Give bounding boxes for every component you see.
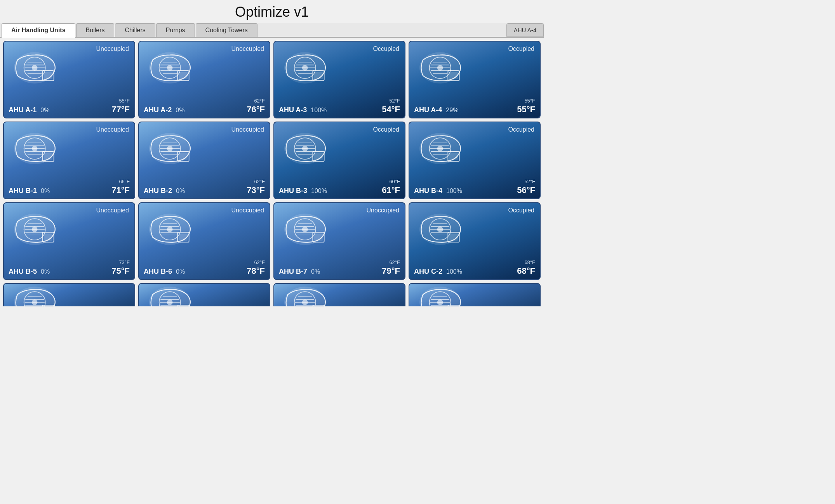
svg-rect-9: [44, 72, 52, 79]
ahu-card-ahu-b6[interactable]: Unoccupied 62°F AHU B-6 0% 78°F: [138, 202, 270, 280]
card-status: Unoccupied: [96, 45, 129, 52]
card-status: Unoccupied: [231, 126, 264, 133]
tab-cooling-towers[interactable]: Cooling Towers: [196, 23, 257, 37]
tab-air-handling-units[interactable]: Air Handling Units: [2, 23, 75, 38]
card-bottom: 68°F AHU C-2 100% 68°F: [409, 258, 540, 279]
card-bottom: 55°F AHU A-4 29% 55°F: [409, 96, 540, 118]
card-temp-small: 55°F: [414, 98, 535, 104]
card-bottom: 66°F AHU B-1 0% 71°F: [4, 177, 134, 198]
ahu-card-ahu-c2[interactable]: Occupied 68°F AHU C-2 100% 68°F: [409, 202, 541, 280]
card-status: Occupied: [508, 207, 534, 214]
card-temp-big: 71°F: [111, 185, 130, 195]
ahu-card-ahu-b4[interactable]: Occupied 52°F AHU B-4 100% 56°F: [409, 122, 541, 199]
card-temp-big: 54°F: [382, 104, 400, 115]
card-info-row: AHU A-4 29% 55°F: [414, 104, 535, 115]
svg-rect-89: [44, 234, 52, 241]
tab-right[interactable]: AHU A-4: [506, 23, 544, 37]
card-info-row: AHU A-1 0% 77°F: [9, 104, 130, 115]
fan-icon-partial: [10, 284, 61, 306]
card-bottom: 62°F AHU B-7 0% 79°F: [274, 258, 405, 279]
card-bottom: 62°F AHU B-2 0% 73°F: [139, 177, 270, 198]
page-title: Optimize v1: [0, 0, 544, 23]
card-info-row: AHU B-4 100% 56°F: [414, 185, 535, 195]
card-name: AHU B-7: [279, 268, 307, 276]
svg-rect-29: [314, 72, 323, 79]
svg-rect-39: [449, 72, 458, 79]
card-info-row: AHU B-6 0% 78°F: [144, 266, 265, 276]
card-bottom: 73°F AHU B-5 0% 75°F: [4, 258, 134, 279]
card-pct: 0%: [40, 107, 49, 114]
fan-icon-partial: [416, 284, 466, 306]
ahu-card-partial-0[interactable]: [3, 283, 135, 306]
svg-rect-69: [314, 153, 323, 160]
card-temp-small: 73°F: [9, 259, 130, 265]
card-status: Unoccupied: [96, 207, 129, 214]
fan-icon-partial: [145, 284, 196, 306]
card-temp-small: 60°F: [279, 179, 400, 184]
fan-icon-partial: [280, 284, 331, 306]
card-pct: 100%: [446, 188, 462, 195]
ahu-card-partial-1[interactable]: [138, 283, 270, 306]
card-bottom: 55°F AHU A-1 0% 77°F: [4, 96, 134, 118]
card-info-row: AHU A-3 100% 54°F: [279, 104, 400, 115]
card-temp-big: 68°F: [517, 266, 535, 276]
fan-icon: [10, 211, 61, 257]
tab-boilers[interactable]: Boilers: [76, 23, 115, 37]
card-bottom: 62°F AHU A-2 0% 76°F: [139, 96, 270, 118]
card-pct: 100%: [311, 107, 327, 114]
ahu-card-ahu-a4[interactable]: Occupied 55°F AHU A-4 29% 55°F: [409, 41, 541, 118]
card-temp-small: 62°F: [279, 259, 400, 265]
tab-bar: Air Handling UnitsBoilersChillersPumpsCo…: [0, 23, 544, 38]
card-temp-small: 52°F: [414, 179, 535, 184]
card-name: AHU A-4: [414, 106, 442, 114]
ahu-card-ahu-b5[interactable]: Unoccupied 73°F AHU B-5 0% 75°F: [3, 202, 135, 280]
fan-icon: [10, 49, 61, 96]
card-info-row: AHU C-2 100% 68°F: [414, 266, 535, 276]
fan-icon: [10, 130, 61, 177]
fan-icon: [280, 211, 331, 257]
card-status: Occupied: [508, 126, 534, 133]
card-name: AHU B-3: [279, 187, 307, 195]
card-name: AHU B-4: [414, 187, 442, 195]
card-name: AHU A-1: [9, 106, 37, 114]
card-pct: 0%: [176, 268, 185, 275]
svg-rect-59: [179, 153, 188, 160]
card-pct: 29%: [446, 107, 458, 114]
tab-chillers[interactable]: Chillers: [115, 23, 155, 37]
ahu-card-ahu-b1[interactable]: Unoccupied 66°F AHU B-1 0% 71°F: [3, 122, 135, 199]
ahu-card-partial-3[interactable]: [409, 283, 541, 306]
svg-rect-119: [449, 234, 458, 241]
ahu-card-ahu-a1[interactable]: Unoccupied 55°F AHU A-1 0% 77°F: [3, 41, 135, 118]
card-temp-big: 76°F: [247, 104, 265, 115]
card-status: Unoccupied: [231, 45, 264, 52]
svg-rect-19: [179, 72, 188, 79]
card-name: AHU C-2: [414, 268, 442, 276]
ahu-card-partial-2[interactable]: [273, 283, 405, 306]
ahu-card-ahu-b7[interactable]: Unoccupied 62°F AHU B-7 0% 79°F: [273, 202, 405, 280]
card-info-row: AHU A-2 0% 76°F: [144, 104, 265, 115]
ahu-grid: Unoccupied 55°F AHU A-1 0% 77°F Unoccupi…: [0, 38, 544, 283]
ahu-card-ahu-b3[interactable]: Occupied 60°F AHU B-3 100% 61°F: [273, 122, 405, 199]
card-temp-big: 61°F: [382, 185, 400, 195]
card-temp-small: 52°F: [279, 98, 400, 104]
card-status: Unoccupied: [96, 126, 129, 133]
card-status: Unoccupied: [367, 207, 400, 214]
card-name: AHU B-2: [144, 187, 172, 195]
fan-icon: [416, 49, 466, 96]
card-status: Unoccupied: [231, 207, 264, 214]
ahu-card-ahu-a3[interactable]: Occupied 52°F AHU A-3 100% 54°F: [273, 41, 405, 118]
svg-rect-49: [44, 153, 52, 160]
tab-pumps[interactable]: Pumps: [156, 23, 195, 37]
card-pct: 100%: [446, 268, 462, 275]
card-status: Occupied: [373, 126, 399, 133]
card-temp-small: 62°F: [144, 98, 265, 104]
card-name: AHU B-1: [9, 187, 37, 195]
card-pct: 0%: [176, 107, 184, 114]
svg-rect-99: [179, 234, 188, 241]
card-temp-big: 75°F: [111, 266, 130, 276]
ahu-card-ahu-a2[interactable]: Unoccupied 62°F AHU A-2 0% 76°F: [138, 41, 270, 118]
card-status: Occupied: [508, 45, 534, 52]
ahu-card-ahu-b2[interactable]: Unoccupied 62°F AHU B-2 0% 73°F: [138, 122, 270, 199]
card-bottom: 60°F AHU B-3 100% 61°F: [274, 177, 405, 198]
card-temp-small: 66°F: [9, 179, 130, 184]
